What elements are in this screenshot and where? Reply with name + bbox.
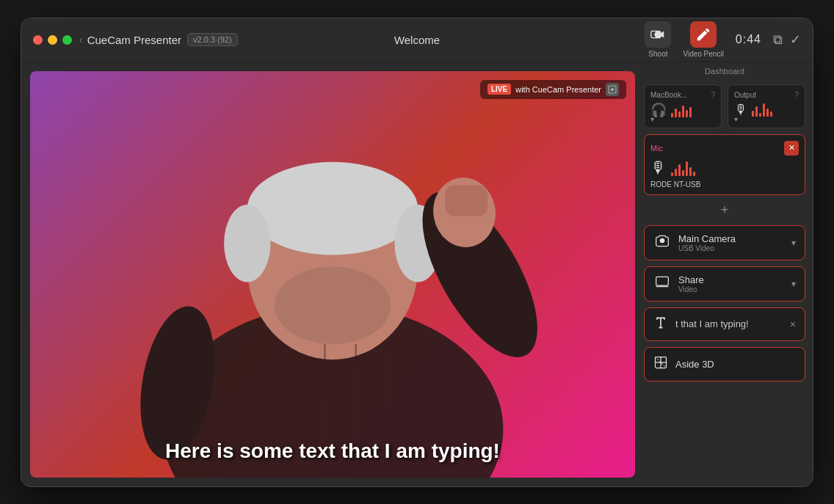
shoot-icon [645,21,671,48]
checkmark-icon[interactable]: ✓ [790,32,801,48]
app-title: CueCam Presenter [87,34,181,46]
titlebar-actions: ⧉ ✓ [773,32,801,48]
live-with-text: with CueCam Presenter [515,85,601,94]
back-arrow-icon[interactable]: ‹ [79,34,83,45]
right-panel: Dashboard MacBook... ? 🎧 [644,62,813,486]
screens-icon[interactable]: ⧉ [773,32,783,48]
macbook-card-top: MacBook... ? [650,91,715,99]
shoot-button[interactable]: Shoot [645,21,671,58]
output-card-top: Output ? [734,91,799,99]
mic-icon: 🎙 [650,158,667,178]
aside-3d-name: Aside 3D [675,359,796,370]
live-indicator: LIVE [487,84,511,95]
output-chevron-icon: ▾ [734,115,738,123]
video-pencil-button[interactable]: Video Pencil [683,21,723,58]
camera-source-icon [653,233,671,252]
text-layer-content: t that I am typing! [675,318,783,329]
macbook-help-icon[interactable]: ? [711,91,715,99]
macbook-chevron-icon: ▾ [650,115,654,123]
macbook-audio-card[interactable]: MacBook... ? 🎧 ▾ [644,84,722,128]
main-content: LIVE with CueCam Presenter Here is some … [21,62,813,486]
output-card-body: 🎙 [734,102,772,117]
pencil-icon [690,21,717,48]
add-source-button[interactable]: + [644,201,805,219]
traffic-lights [33,35,72,45]
maximize-button[interactable] [62,35,72,45]
svg-point-6 [224,204,270,282]
audio-bar [770,112,772,117]
app-window: ‹ CueCam Presenter v2.0.3 (92) Welcome S… [21,18,813,487]
timer-display: 0:44 [736,33,761,46]
svg-rect-21 [656,277,669,285]
pencil-label: Video Pencil [683,50,723,58]
share-name: Share [678,274,784,285]
share-sub: Video [678,285,784,293]
text-layer-close-icon[interactable]: × [790,318,796,330]
minimize-button[interactable] [48,35,57,45]
output-audio-bars [752,102,772,117]
macbook-audio-bars [671,103,692,117]
audio-bar [671,113,673,117]
output-audio-card[interactable]: Output ? 🎙 ▾ [728,84,805,128]
share-video-row[interactable]: Share Video ▾ [644,266,805,302]
svg-point-20 [660,238,665,244]
audio-bar [686,110,688,117]
mic-card-body: 🎙 [650,158,799,178]
output-label: Output [734,91,756,99]
main-camera-chevron-icon: ▾ [791,238,796,248]
mic-card-top: Mic ✕ [650,141,799,156]
audio-bar [689,107,692,117]
live-badge: LIVE with CueCam Presenter [480,80,626,99]
svg-point-8 [275,266,391,344]
text-layer-row[interactable]: t that I am typing! × [644,307,805,341]
video-caption: Here is some text that I am typing! [165,439,500,463]
main-camera-sub: USB Video [678,244,784,252]
audio-bar [675,109,677,117]
person-silhouette [30,71,635,478]
macbook-label: MacBook... [650,91,687,99]
svg-point-19 [611,88,614,91]
audio-bar [763,103,765,117]
mic-bar [678,164,681,176]
mic-mute-icon[interactable]: ✕ [784,141,799,156]
share-source-icon [653,274,671,293]
output-help-icon[interactable]: ? [794,91,799,99]
audio-bar [752,111,754,117]
titlebar: ‹ CueCam Presenter v2.0.3 (92) Welcome S… [21,18,813,62]
main-camera-info: Main Camera USB Video [678,233,784,252]
mic-bar [671,172,673,176]
share-chevron-icon: ▾ [791,279,796,289]
share-info: Share Video [678,274,784,293]
svg-rect-11 [445,185,487,216]
mic-label: Mic [650,144,663,153]
video-preview: LIVE with CueCam Presenter Here is some … [30,71,635,478]
audio-bar [766,109,769,117]
text-layer-icon [653,315,668,333]
audio-bar [759,113,761,117]
audio-bar [755,106,758,117]
main-camera-row[interactable]: Main Camera USB Video ▾ [644,225,805,260]
version-badge: v2.0.3 (92) [187,33,238,46]
mic-audio-bars [671,160,695,176]
window-title: Welcome [394,34,440,46]
close-button[interactable] [33,35,43,45]
mic-bar [689,167,692,176]
macbook-card-body: 🎧 [650,102,692,118]
main-camera-name: Main Camera [678,233,784,244]
aside-3d-row[interactable]: Aside 3D [644,347,805,381]
mic-bar [675,169,677,176]
mic-bar [693,172,695,176]
audio-bar [682,106,684,117]
aside-icon [653,355,668,373]
dashboard-label: Dashboard [644,62,805,78]
mic-card[interactable]: Mic ✕ 🎙 RODE NT-USB [644,134,805,195]
mic-bar [682,170,684,176]
shoot-label: Shoot [648,50,667,58]
audio-cards-row: MacBook... ? 🎧 ▾ [644,84,805,128]
mic-bar [686,161,688,176]
live-stream-icon [606,83,619,96]
audio-bar [678,112,681,117]
svg-point-5 [247,161,418,255]
titlebar-right: Shoot Video Pencil 0:44 ⧉ ✓ [645,21,801,58]
mic-device-name: RODE NT-USB [650,180,799,189]
